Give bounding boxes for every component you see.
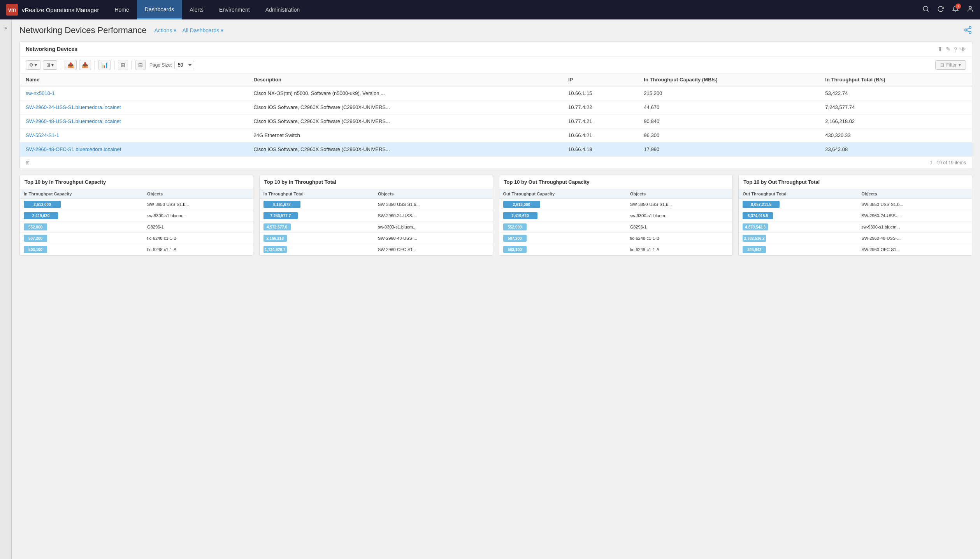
chart-obj-cell: sw-9300-s1.bluem...	[857, 221, 972, 233]
chart-col1[interactable]: In Throughput Total	[260, 189, 374, 199]
page-size-label: Page Size:	[149, 62, 172, 68]
all-dashboards-button[interactable]: All Dashboards ▾	[182, 27, 223, 33]
actions-button[interactable]: Actions ▾	[154, 27, 176, 33]
chart-bar-cell: 1,134,929.7	[260, 244, 374, 255]
chart-header-row: In Throughput Capacity Objects	[20, 189, 253, 199]
chart-widget-2: Top 10 by Out Throughput Capacity Out Th…	[499, 175, 733, 256]
import-icon[interactable]: 📥	[79, 60, 91, 70]
table-row[interactable]: SW-2960-48-USS-S1.bluemedora.localnet Ci…	[20, 114, 972, 128]
chart-table: In Throughput Total Objects 8,161,678 SW…	[260, 189, 493, 255]
chart-obj-cell: G8296-1	[143, 221, 253, 233]
chart-col1[interactable]: Out Throughput Total	[739, 189, 857, 199]
collapse-icon[interactable]: ⬆	[938, 46, 943, 53]
chart-row: 7,243,577.7 SW-2960-24-USS-...	[260, 210, 493, 221]
widget-header-actions: ⬆ ✎ ? 👁	[938, 46, 966, 53]
widget-toolbar: ⚙ ▾ ⊞ ▾ 📤 📥 📊 ⊞ ⊟ Page Size: 50	[20, 57, 972, 74]
chevron-right-icon: »	[4, 25, 7, 31]
sidebar-toggle[interactable]: »	[0, 19, 12, 559]
chart-col2[interactable]: Objects	[857, 189, 972, 199]
search-icon[interactable]	[922, 5, 929, 14]
chart-obj-cell: SW-2960-24-USS-...	[857, 210, 972, 221]
chart-bar-cell: 6,374,015.5	[739, 210, 857, 221]
cell-in-total: 53,422.74	[819, 86, 972, 100]
page-header: Networking Devices Performance Actions ▾…	[19, 25, 972, 35]
cell-name[interactable]: SW-2960-48-USS-S1.bluemedora.localnet	[20, 114, 248, 128]
table-row[interactable]: SW-2960-48-OFC-S1.bluemedora.localnet Ci…	[20, 142, 972, 156]
cell-name[interactable]: sw-nx5010-1	[20, 86, 248, 100]
refresh-icon[interactable]	[937, 5, 944, 14]
grid-toggle-icon[interactable]: ⊞	[26, 160, 30, 165]
cell-in-total: 23,643.08	[819, 142, 972, 156]
nav-environment[interactable]: Environment	[211, 0, 258, 19]
share-button[interactable]	[964, 26, 972, 35]
col-ip[interactable]: IP	[562, 74, 638, 86]
user-icon[interactable]	[967, 5, 974, 14]
chart-col2[interactable]: Objects	[143, 189, 253, 199]
chart-row: 844,942 SW-2960-OFC-S1...	[739, 244, 972, 255]
columns-button[interactable]: ⊞ ▾	[43, 60, 57, 70]
bar: 8,161,678	[263, 201, 300, 208]
chart-bar-cell: 503,100	[499, 244, 626, 255]
table-row[interactable]: SW-5524-S1-1 24G Ethernet Switch 10.66.4…	[20, 128, 972, 142]
chart-icon[interactable]: 📊	[98, 60, 111, 70]
visibility-icon[interactable]: 👁	[960, 46, 966, 53]
bar: 552,000	[503, 223, 527, 230]
bar: 2,382,536.2	[743, 235, 766, 242]
chart-row: 503,100 fic-6248-c1-1-A	[20, 244, 253, 255]
nav-right-icons: 1	[922, 5, 974, 14]
cell-name[interactable]: SW-5524-S1-1	[20, 128, 248, 142]
table-row[interactable]: SW-2960-24-USS-S1.bluemedora.localnet Ci…	[20, 100, 972, 114]
bar: 2,613,000	[24, 201, 61, 208]
table-row[interactable]: sw-nx5010-1 Cisco NX-OS(tm) n5000, Softw…	[20, 86, 972, 100]
cell-description: Cisco IOS Software, C2960X Software (C29…	[248, 114, 562, 128]
expand-icon[interactable]: ⊞	[118, 60, 128, 70]
nav-home[interactable]: Home	[107, 0, 137, 19]
chart-bar-cell: 552,000	[499, 221, 626, 233]
cell-name[interactable]: SW-2960-24-USS-S1.bluemedora.localnet	[20, 100, 248, 114]
page-size-select[interactable]: 50 25 100	[174, 61, 194, 69]
col-name[interactable]: Name	[20, 74, 248, 86]
chart-obj-cell: sw-9300-s1.bluem...	[374, 221, 493, 233]
nav-dashboards[interactable]: Dashboards	[137, 0, 182, 19]
networking-devices-widget: Networking Devices ⬆ ✎ ? 👁 ⚙ ▾ ⊞ ▾	[19, 41, 972, 169]
chart-col2[interactable]: Objects	[374, 189, 493, 199]
toolbar-separator-4	[132, 61, 132, 69]
chart-col1[interactable]: In Throughput Capacity	[20, 189, 143, 199]
settings-button[interactable]: ⚙ ▾	[26, 60, 40, 70]
cell-description: 24G Ethernet Switch	[248, 128, 562, 142]
cell-in-cap: 90,840	[638, 114, 819, 128]
col-description[interactable]: Description	[248, 74, 562, 86]
edit-widget-icon[interactable]: ✎	[946, 46, 951, 53]
nav-alerts[interactable]: Alerts	[182, 0, 211, 19]
col-in-total[interactable]: In Throughput Total (B/s)	[819, 74, 972, 86]
chart-row: 8,161,678 SW-3850-USS-S1.b...	[260, 199, 493, 210]
chart-row: 2,382,536.2 SW-2960-48-USS-...	[739, 233, 972, 244]
chart-col1[interactable]: Out Throughput Capacity	[499, 189, 626, 199]
chart-obj-cell: sw-9300-s1.bluem...	[626, 210, 732, 221]
svg-point-2	[969, 6, 971, 9]
bar: 2,419,620	[503, 212, 537, 219]
bar: 503,100	[24, 246, 47, 253]
nav-administration[interactable]: Administration	[258, 0, 308, 19]
all-dashboards-chevron-icon: ▾	[221, 27, 223, 33]
svg-line-1	[927, 10, 928, 11]
chart-table: In Throughput Capacity Objects 2,613,000…	[20, 189, 253, 255]
chart-bar-cell: 2,166,218	[260, 233, 374, 244]
chart-col2[interactable]: Objects	[626, 189, 732, 199]
chart-header-row: In Throughput Total Objects	[260, 189, 493, 199]
settings-chevron-icon: ▾	[35, 62, 37, 68]
help-icon[interactable]: ?	[954, 46, 957, 53]
table-footer-left: ⊞	[26, 160, 30, 165]
cell-in-cap: 17,990	[638, 142, 819, 156]
col-in-cap[interactable]: In Throughput Capacity (MB/s)	[638, 74, 819, 86]
chart-bar-cell: 2,613,000	[20, 199, 143, 210]
cell-name[interactable]: SW-2960-48-OFC-S1.bluemedora.localnet	[20, 142, 248, 156]
filter-button[interactable]: ⊟ Filter ▾	[935, 60, 966, 70]
notifications-icon[interactable]: 1	[952, 5, 959, 14]
cell-in-cap: 96,300	[638, 128, 819, 142]
widget-title: Networking Devices	[26, 46, 77, 52]
chart-widget-title: Top 10 by In Throughput Total	[260, 175, 493, 189]
export-icon[interactable]: 📤	[65, 60, 77, 70]
filter-icon[interactable]: ⊟	[135, 60, 146, 70]
chart-obj-cell: fic-6248-c1-1-B	[143, 233, 253, 244]
